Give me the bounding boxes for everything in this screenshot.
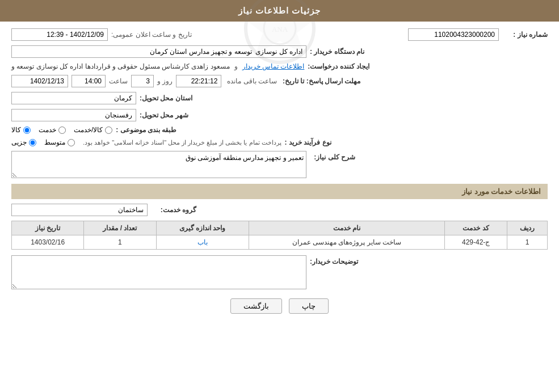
header-title: جزئیات اطلاعات نیاز <box>238 6 321 15</box>
page-wrapper: جزئیات اطلاعات نیاز ANA شماره نیاز : تار… <box>0 0 559 392</box>
label-sharh: شرح کلی نیاز: <box>310 151 355 161</box>
radio-jozi[interactable]: جزیی <box>11 138 36 146</box>
radio-khadamat[interactable]: خدمت <box>39 126 66 134</box>
label-noe: نوع فرآیند خرید : <box>285 138 331 146</box>
tarikh-input[interactable] <box>11 28 108 41</box>
tabaqe-row: طبقه بندی موضوعی : کالا/خدمت خدمت کالا <box>11 126 548 134</box>
shahr-input[interactable] <box>11 109 136 121</box>
tabaqe-radios: کالا/خدمت خدمت کالا <box>11 126 112 134</box>
mohlet-mande-input[interactable] <box>176 75 221 87</box>
towzih-row: توضیحات خریدار: <box>11 255 548 289</box>
khadamat-table: ردیف کد خدمت نام خدمت واحد اندازه گیری ت… <box>11 221 548 250</box>
mohlet-row: مهلت ارسال پاسخ: تا تاریخ: ساعت باقی مان… <box>11 75 548 87</box>
towzih-textarea[interactable] <box>11 255 306 289</box>
group-input[interactable] <box>11 204 148 216</box>
name-dastgah-input[interactable] <box>11 45 306 58</box>
mohlet-mande-label: ساعت باقی مانده <box>227 77 277 85</box>
label-shahr: شهر محل تحویل: <box>140 111 188 119</box>
group-khadamat-row: گروه خدمت: <box>11 204 548 216</box>
noe-desc: پرداخت تمام یا بخشی از مبلغ خریدار از مح… <box>83 139 281 146</box>
sharh-textarea[interactable]: تعمیر و تجهیز مدارس منطقه آموزشی نوق <box>11 151 306 178</box>
col-tedad: تعداد / مقدار <box>84 221 156 235</box>
label-rooz: روز و <box>157 77 173 85</box>
ostan-input[interactable] <box>11 92 136 104</box>
col-radif: ردیف <box>507 221 547 235</box>
label-ijad: ایجاد کننده درخواست: <box>308 62 369 70</box>
table-row: 1 ج-42-429 ساخت سایر پروژه‌های مهندسی عم… <box>12 235 548 250</box>
label-saat: ساعت <box>109 77 128 85</box>
sharh-kolli-row: شرح کلی نیاز: تعمیر و تجهیز مدارس منطقه … <box>11 151 548 178</box>
label-towzih: توضیحات خریدار: <box>310 255 358 265</box>
khadamat-table-container: ردیف کد خدمت نام خدمت واحد اندازه گیری ت… <box>11 221 548 250</box>
cell-radif: 1 <box>507 235 547 250</box>
cell-tarikh: 1403/02/16 <box>12 235 84 250</box>
label-shmare: شماره نیاز : <box>502 31 548 39</box>
radio-motovaset[interactable]: متوسط <box>44 138 75 146</box>
cell-name: ساخت سایر پروژه‌های مهندسی عمران <box>249 235 445 250</box>
cell-tedad: 1 <box>84 235 156 250</box>
radio-kala-khadamat[interactable]: کالا/خدمت <box>74 126 112 134</box>
label-tarikh: تاریخ و ساعت اعلان عمومی: <box>111 31 192 39</box>
cell-vahed: باب <box>156 235 249 250</box>
shmare-row: شماره نیاز : تاریخ و ساعت اعلان عمومی: <box>11 28 548 41</box>
name-dastgah-row: نام دستگاه خریدار : <box>11 45 548 58</box>
shahr-row: شهر محل تحویل: <box>11 109 548 121</box>
col-tarikh: تاریخ نیاز <box>12 221 84 235</box>
label-ostan: استان محل تحویل: <box>140 94 192 102</box>
footer-buttons: چاپ بازگشت <box>11 298 548 314</box>
radio-kala[interactable]: کالا <box>11 126 31 134</box>
mohlet-rooz-input[interactable] <box>131 75 154 87</box>
noe-radios: متوسط جزیی <box>11 138 75 146</box>
cell-kod: ج-42-429 <box>445 235 507 250</box>
ijad-konande-row: ایجاد کننده درخواست: اطلاعات تماس خریدار… <box>11 62 548 70</box>
mohlet-saat-input[interactable] <box>72 75 106 87</box>
col-vahed: واحد اندازه گیری <box>156 221 249 235</box>
shmare-input[interactable] <box>408 28 499 41</box>
label-group: گروه خدمت: <box>151 206 196 214</box>
content-area: ANA شماره نیاز : تاریخ و ساعت اعلان عموم… <box>0 22 559 327</box>
label-tabaqe: طبقه بندی موضوعی : <box>116 126 176 134</box>
mohlet-date-input[interactable] <box>11 75 68 87</box>
link-etelaatتماس[interactable]: اطلاعات تماس خریدار <box>242 62 305 70</box>
label-mohlet: مهلت ارسال پاسخ: تا تاریخ: <box>283 77 360 85</box>
col-kod: کد خدمت <box>445 221 507 235</box>
noe-row: نوع فرآیند خرید : پرداخت تمام یا بخشی از… <box>11 138 548 146</box>
ijad-text: مسعود زاهدی کارشناس مسئول حقوقی و قراردا… <box>11 62 230 70</box>
label-name-dastgah: نام دستگاه خریدار : <box>310 48 364 56</box>
bazgasht-button[interactable]: بازگشت <box>230 298 282 314</box>
ostan-row: استان محل تحویل: <box>11 92 548 104</box>
col-name: نام خدمت <box>249 221 445 235</box>
page-header: جزئیات اطلاعات نیاز <box>0 0 559 22</box>
section-khadamat: اطلاعات خدمات مورد نیاز <box>11 184 548 199</box>
chap-button[interactable]: چاپ <box>289 298 329 314</box>
